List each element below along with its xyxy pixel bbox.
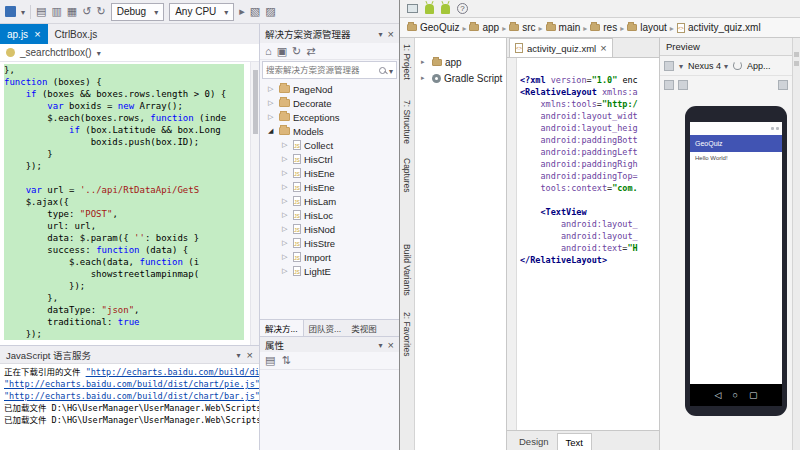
theme-dropdown[interactable]: App... [747,61,771,71]
chevron-right-icon[interactable] [282,141,290,149]
categorize-icon[interactable]: ▤ [265,355,275,366]
tool-stripe-icon[interactable] [794,61,799,66]
tab-class-view[interactable]: 类视图 [346,320,382,336]
device-dropdown[interactable]: Nexus 4 [688,61,728,71]
editor-scrollbar[interactable] [250,62,259,345]
open-file-icon[interactable]: ▥ [51,6,61,17]
project-item-app[interactable]: app [415,54,506,70]
tree-item[interactable]: HisEne [260,180,399,194]
tree-item[interactable]: HisLam [260,194,399,208]
tree-item[interactable]: Exceptions [260,110,399,124]
sort-icon[interactable]: ⇅ [281,355,290,366]
tree-item[interactable]: HisLoc [260,208,399,222]
home-icon[interactable]: ⌂ [265,46,272,57]
refresh-preview-icon[interactable] [778,80,788,90]
solution-search-box[interactable] [262,61,397,79]
undo-icon[interactable]: ↺ [82,6,91,17]
close-icon[interactable] [388,339,394,351]
breadcrumb-item-layout[interactable]: layout [627,22,667,33]
avd-manager-icon[interactable] [407,4,418,13]
sdk-manager-icon[interactable] [441,4,450,14]
tool-stripe-icon[interactable] [794,52,799,57]
breadcrumb-item-app[interactable]: app [469,22,499,33]
tree-item[interactable]: HisStre [260,236,399,250]
project-item-gradle-script[interactable]: Gradle Script [415,70,506,86]
save-icon[interactable]: ▦ [67,6,77,17]
run-icon[interactable]: ▸ [239,6,245,17]
breadcrumb-item-src[interactable]: src [509,22,535,33]
tree-item[interactable]: Import [260,250,399,264]
chevron-right-icon[interactable] [282,169,290,177]
tab-team-explorer[interactable]: 团队资... [304,320,347,336]
rotate-icon[interactable] [733,61,742,70]
close-icon[interactable] [600,42,606,54]
tree-item[interactable]: Collect [260,138,399,152]
chevron-right-icon[interactable] [282,225,290,233]
chevron-right-icon[interactable] [282,267,290,275]
zoom-actual-icon[interactable] [678,80,688,90]
breadcrumb-item-geoquiz[interactable]: GeoQuiz [407,22,459,33]
tab-solution-explorer[interactable]: 解决方... [260,320,304,336]
chevron-right-icon[interactable] [282,211,290,219]
chevron-down-icon[interactable] [237,349,241,360]
chevron-right-icon[interactable] [282,197,290,205]
build-icon[interactable]: ▧ [250,6,260,17]
tree-item[interactable]: LightE [260,264,399,278]
chevron-right-icon[interactable] [421,74,429,82]
chevron-right-icon[interactable] [268,99,276,107]
breadcrumb-item-activity-quiz[interactable]: activity_quiz.xml [677,22,761,33]
download-link[interactable]: "http://echarts.baidu.com/build/dist/cha… [4,391,259,401]
chevron-expanded-icon[interactable] [268,127,276,135]
scrollbar-thumb[interactable] [253,70,258,134]
orientation-icon[interactable] [664,61,674,71]
tool-button-structure[interactable]: 7: Structure [402,100,412,144]
chevron-right-icon[interactable] [421,58,429,66]
tab-design[interactable]: Design [511,433,557,450]
chevron-down-icon[interactable] [379,28,383,39]
tool-button-captures[interactable]: Captures [402,158,412,193]
android-icon[interactable] [425,4,434,14]
download-link[interactable]: "http://echarts.baidu.com/build/dist/" [86,367,259,377]
help-icon[interactable] [457,3,468,14]
chevron-right-icon[interactable] [282,253,290,261]
tab-ap-js[interactable]: ap.js [0,24,48,44]
collapse-all-icon[interactable]: ▣ [277,46,287,57]
chevron-right-icon[interactable] [268,113,276,121]
tools-icon[interactable]: ▨ [265,6,275,17]
xml-editor[interactable]: <?xml version="1.0" enc<RelativeLayout x… [507,58,659,430]
tree-item[interactable]: Decorate [260,96,399,110]
refresh-icon[interactable]: ↻ [292,46,301,57]
close-icon[interactable] [34,28,40,40]
redo-icon[interactable]: ↻ [96,6,105,17]
tree-item[interactable]: HisEne [260,166,399,180]
breadcrumb-item-res[interactable]: res [590,22,617,33]
code-editor[interactable]: },function (boxes) { if (boxes && boxes.… [0,62,259,345]
platform-dropdown[interactable]: Any CPU [169,3,234,21]
chevron-down-icon[interactable] [379,339,383,350]
solution-search-input[interactable] [266,65,376,75]
chevron-down-icon[interactable] [679,61,683,71]
close-icon[interactable] [388,28,394,40]
chevron-right-icon[interactable] [282,155,290,163]
tool-button-build-variants[interactable]: Build Variants [402,244,412,296]
close-icon[interactable] [247,349,253,361]
chevron-right-icon[interactable] [282,183,290,191]
tool-button-favorites[interactable]: 2: Favorites [402,312,412,356]
tree-item[interactable]: HisCtrl [260,152,399,166]
tree-item[interactable]: PageNod [260,82,399,96]
tree-item[interactable]: Models [260,124,399,138]
download-link[interactable]: "http://echarts.baidu.com/build/dist/cha… [4,379,259,389]
sync-icon[interactable]: ⇄ [306,46,315,57]
output-log[interactable]: 正在下载引用的文件 "http://echarts.baidu.com/buil… [0,364,259,450]
tab-activity-quiz-xml[interactable]: activity_quiz.xml [509,38,613,57]
member-navigation-dropdown[interactable]: _searchctrlbox() [0,44,259,62]
breadcrumb-item-main[interactable]: main [546,22,581,33]
new-file-icon[interactable]: ▤ [36,6,46,17]
tab-ctrlbox-js[interactable]: CtrlBox.js [48,24,105,44]
tab-text[interactable]: Text [557,433,592,450]
chevron-right-icon[interactable] [282,239,290,247]
zoom-fit-icon[interactable] [664,80,674,90]
tree-item[interactable]: HisNod [260,222,399,236]
preview-canvas[interactable]: GeoQuiz Hello World! [660,94,792,450]
tool-button-project[interactable]: 1: Project [402,44,412,80]
